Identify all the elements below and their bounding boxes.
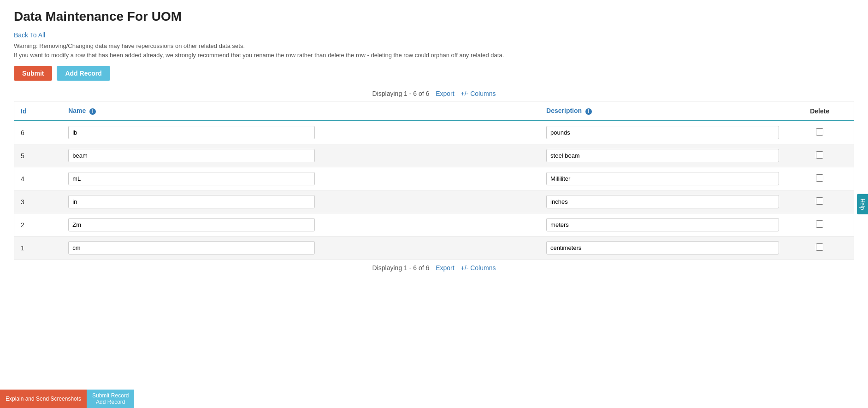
- name-input[interactable]: [68, 195, 315, 208]
- delete-checkbox[interactable]: [816, 128, 823, 136]
- cell-name: [62, 144, 321, 167]
- name-input[interactable]: [68, 126, 315, 139]
- delete-checkbox[interactable]: [816, 174, 823, 182]
- cell-extra: [321, 190, 540, 213]
- action-buttons: Submit Add Record: [14, 66, 854, 81]
- description-input[interactable]: [546, 195, 779, 208]
- cell-delete: [785, 121, 854, 144]
- cell-id: 1: [14, 237, 62, 260]
- cell-description: [540, 213, 785, 237]
- columns-link-bottom[interactable]: +/- Columns: [461, 264, 496, 272]
- col-header-delete: Delete: [785, 101, 854, 121]
- add-record-button[interactable]: Add Record: [57, 66, 110, 81]
- description-info-icon: i: [585, 108, 592, 115]
- table-row: 6: [14, 121, 854, 144]
- cell-name: [62, 167, 321, 190]
- table-info-bottom: Displaying 1 - 6 of 6 Export +/- Columns: [14, 264, 854, 272]
- cell-delete: [785, 213, 854, 237]
- back-to-all-link[interactable]: Back To All: [14, 31, 45, 39]
- col-header-name: Name i: [62, 101, 321, 121]
- table-row: 2: [14, 213, 854, 237]
- name-input[interactable]: [68, 241, 315, 254]
- col-header-description: Description i: [540, 101, 785, 121]
- cell-extra: [321, 213, 540, 237]
- col-header-id: Id: [14, 101, 62, 121]
- cell-extra: [321, 167, 540, 190]
- cell-description: [540, 237, 785, 260]
- cell-extra: [321, 121, 540, 144]
- data-table: Id Name i Description i Delete 654321: [14, 101, 854, 260]
- cell-id: 2: [14, 213, 62, 237]
- cell-extra: [321, 144, 540, 167]
- displaying-label-top: Displaying 1 - 6 of 6: [372, 90, 430, 97]
- cell-delete: [785, 237, 854, 260]
- table-info-top: Displaying 1 - 6 of 6 Export +/- Columns: [14, 90, 854, 97]
- cell-extra: [321, 237, 540, 260]
- delete-checkbox[interactable]: [816, 151, 823, 159]
- description-input[interactable]: [546, 149, 779, 162]
- description-input[interactable]: [546, 218, 779, 231]
- description-input[interactable]: [546, 126, 779, 139]
- cell-id: 4: [14, 167, 62, 190]
- columns-link-top[interactable]: +/- Columns: [461, 90, 496, 97]
- cell-name: [62, 121, 321, 144]
- description-input[interactable]: [546, 241, 779, 254]
- table-row: 5: [14, 144, 854, 167]
- table-row: 1: [14, 237, 854, 260]
- delete-checkbox[interactable]: [816, 197, 823, 205]
- cell-description: [540, 144, 785, 167]
- export-link-bottom[interactable]: Export: [436, 264, 454, 272]
- col-header-extra: [321, 101, 540, 121]
- cell-name: [62, 213, 321, 237]
- name-info-icon: i: [89, 108, 96, 115]
- delete-checkbox[interactable]: [816, 243, 823, 251]
- warning-text: Warning: Removing/Changing data may have…: [14, 41, 854, 59]
- name-input[interactable]: [68, 149, 315, 162]
- cell-id: 6: [14, 121, 62, 144]
- page-title: Data Maintenance For UOM: [14, 9, 854, 24]
- cell-name: [62, 237, 321, 260]
- description-input[interactable]: [546, 172, 779, 185]
- cell-delete: [785, 144, 854, 167]
- displaying-label-bottom: Displaying 1 - 6 of 6: [372, 264, 430, 272]
- cell-delete: [785, 190, 854, 213]
- table-header-row: Id Name i Description i Delete: [14, 101, 854, 121]
- cell-delete: [785, 167, 854, 190]
- delete-checkbox[interactable]: [816, 220, 823, 228]
- name-input[interactable]: [68, 172, 315, 185]
- help-tab[interactable]: Help: [857, 194, 868, 214]
- cell-id: 5: [14, 144, 62, 167]
- cell-description: [540, 121, 785, 144]
- export-link-top[interactable]: Export: [436, 90, 454, 97]
- cell-name: [62, 190, 321, 213]
- table-row: 3: [14, 190, 854, 213]
- submit-button[interactable]: Submit: [14, 66, 52, 81]
- cell-description: [540, 167, 785, 190]
- name-input[interactable]: [68, 218, 315, 231]
- table-row: 4: [14, 167, 854, 190]
- cell-description: [540, 190, 785, 213]
- cell-id: 3: [14, 190, 62, 213]
